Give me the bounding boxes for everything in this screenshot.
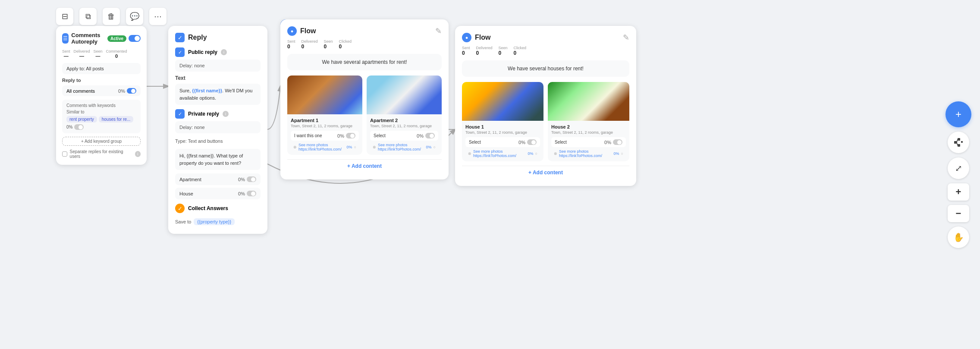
- separate-replies-checkbox[interactable]: [62, 151, 67, 157]
- kw-tag-rent: rent property: [66, 116, 97, 123]
- house1-toggle[interactable]: [527, 139, 537, 145]
- house2-btn[interactable]: Select 0%: [551, 137, 626, 147]
- private-delay: Delay: none: [175, 121, 261, 133]
- house2-name: House 2: [551, 124, 626, 129]
- flow2-icon: ●: [462, 33, 471, 42]
- duplicate-button[interactable]: ⧉: [79, 8, 97, 25]
- flow2-title: Flow: [475, 34, 490, 41]
- apt2-item: Apartment 2 Town, Street 2, 11, 2 rooms,…: [367, 75, 442, 155]
- flow1-title: Flow: [300, 27, 316, 35]
- separate-replies-row: Separate replies for existing users i: [62, 149, 141, 159]
- apt1-name: Apartment 1: [291, 118, 359, 123]
- autoreply-title: Comments Autoreply: [71, 32, 107, 45]
- apt2-addr: Town, Street 2, 11, 2 rooms, garage: [370, 124, 438, 128]
- flow2-edit-icon[interactable]: ✎: [623, 33, 629, 42]
- copy-button[interactable]: ⊟: [56, 8, 73, 25]
- apt1-info: Apartment 1 Town, Street 2, 11, 2 rooms,…: [287, 114, 362, 155]
- public-reply-header: ✓ Public reply i: [175, 47, 261, 57]
- messenger-button[interactable]: 💬: [126, 8, 143, 25]
- flow-graph-button[interactable]: [948, 132, 969, 153]
- house1-btn[interactable]: Select 0%: [465, 137, 540, 147]
- zoom-in-button[interactable]: +: [948, 183, 969, 201]
- flow1-icon: ●: [287, 26, 297, 36]
- apt1-btn[interactable]: I want this one 0%: [291, 131, 359, 141]
- house-toggle[interactable]: [247, 191, 256, 196]
- apt1-item: Apartment 1 Town, Street 2, 11, 2 rooms,…: [287, 75, 362, 155]
- right-toolbar: + ⤢ + − ✋: [945, 101, 971, 248]
- reply-check-icon: ✓: [175, 33, 185, 42]
- apt2-name: Apartment 2: [370, 118, 438, 123]
- autoreply-icon: ☰: [62, 33, 69, 44]
- apt1-toggle[interactable]: [346, 133, 355, 138]
- house2-toggle[interactable]: [613, 139, 622, 145]
- first-name-var: {{first name}}: [192, 88, 222, 93]
- autoreply-title-area: ☰ Comments Autoreply: [62, 32, 107, 45]
- zoom-out-button[interactable]: −: [948, 205, 969, 222]
- collect-icon: ✓: [175, 204, 185, 213]
- autoreply-header: ☰ Comments Autoreply Active: [62, 32, 141, 45]
- kw-tag-houses: houses for re...: [99, 116, 134, 123]
- public-reply-label: Public reply: [188, 49, 217, 55]
- first-name-var2: {{first name}}: [187, 153, 214, 158]
- svg-line-5: [957, 139, 958, 142]
- type-row: Type: Text and buttons: [175, 137, 261, 145]
- private-info-icon: i: [223, 111, 229, 117]
- similar-to-label: Similar to: [66, 110, 136, 114]
- flow2-items: House 1 Town, Street 2, 11, 2 rooms, gar…: [462, 82, 629, 161]
- active-badge: Active: [107, 35, 126, 42]
- all-comments-row: All comments 0%: [62, 85, 141, 96]
- apt2-btn[interactable]: Select 0%: [370, 131, 438, 141]
- flow1-card: ● Flow ✎ Sent0 Delivered0 Seen0 Clicked0…: [280, 19, 449, 179]
- apartment-toggle[interactable]: [247, 176, 256, 182]
- apt2-link: ⊗ See more photos https://linkToPhotos.c…: [370, 143, 438, 151]
- save-row: Save to {{property type}}: [175, 217, 261, 227]
- svg-rect-3: [958, 144, 960, 147]
- apt1-image: [287, 75, 362, 114]
- active-toggle[interactable]: [129, 35, 141, 42]
- all-comments-toggle[interactable]: [127, 88, 136, 94]
- apt1-link: ⊗ See more photos https://linkToPhotos.c…: [291, 143, 359, 151]
- house1-image: [462, 82, 543, 121]
- flow1-stats: Sent0 Delivered0 Seen0 Clicked0: [287, 39, 442, 50]
- flow1-message: We have several apartments for rent!: [287, 54, 442, 70]
- house1-name: House 1: [465, 124, 540, 129]
- flow1-edit-icon[interactable]: ✎: [435, 26, 442, 36]
- public-check-icon: ✓: [175, 47, 185, 57]
- delete-button[interactable]: 🗑: [103, 8, 120, 25]
- svg-rect-1: [954, 141, 957, 144]
- apt1-addr: Town, Street 2, 11, 2 rooms, garage: [291, 124, 359, 128]
- hi-text-box: Hi, {{first name}}. What type of propert…: [175, 149, 261, 170]
- collect-header: ✓ Collect Answers: [175, 204, 261, 213]
- apartment-option[interactable]: Apartment 0%: [175, 173, 261, 185]
- flow2-header: ● Flow ✎: [462, 33, 629, 42]
- private-check-icon: ✓: [175, 109, 185, 119]
- public-delay: Delay: none: [175, 60, 261, 72]
- apt2-toggle[interactable]: [425, 133, 435, 138]
- house2-info: House 2 Town, Street 2, 11, 2 rooms, gar…: [548, 121, 629, 161]
- flow1-header: ● Flow ✎: [287, 26, 442, 36]
- house2-item: House 2 Town, Street 2, 11, 2 rooms, gar…: [548, 82, 629, 161]
- apt2-info: Apartment 2 Town, Street 2, 11, 2 rooms,…: [367, 114, 442, 155]
- more-button[interactable]: ⋯: [149, 8, 166, 25]
- private-reply-label: Private reply: [188, 111, 219, 117]
- reply-to-label: Reply to: [62, 78, 141, 83]
- public-text-box: Sure, {{first name}}. We'll DM you avail…: [175, 84, 261, 105]
- text-label: Text: [175, 75, 261, 81]
- autoreply-stats: Sent— Delivered— Seen— Commented0: [62, 49, 141, 59]
- flow2-add-content[interactable]: + Add content: [462, 166, 629, 179]
- reply-title: Reply: [188, 34, 207, 41]
- keywords-toggle[interactable]: [74, 124, 84, 130]
- add-node-button[interactable]: +: [945, 101, 971, 127]
- flow1-add-content[interactable]: + Add content: [287, 159, 442, 173]
- house-option[interactable]: House 0%: [175, 188, 261, 199]
- flow2-stats: Sent0 Delivered0 Seen0 Clicked0: [462, 46, 629, 56]
- flow2-message: We have several houses for rent!: [462, 60, 629, 77]
- house1-item: House 1 Town, Street 2, 11, 2 rooms, gar…: [462, 82, 543, 161]
- hand-tool-button[interactable]: ✋: [948, 226, 969, 248]
- collapse-button[interactable]: ⤢: [948, 157, 969, 179]
- public-info-icon: i: [221, 49, 227, 55]
- reply-header: ✓ Reply: [175, 33, 261, 42]
- house2-link: ⊗ See more photos https://linkToPhotos.c…: [551, 149, 626, 158]
- house2-image: [548, 82, 629, 121]
- add-keyword-button[interactable]: + Add keyword group: [62, 137, 141, 146]
